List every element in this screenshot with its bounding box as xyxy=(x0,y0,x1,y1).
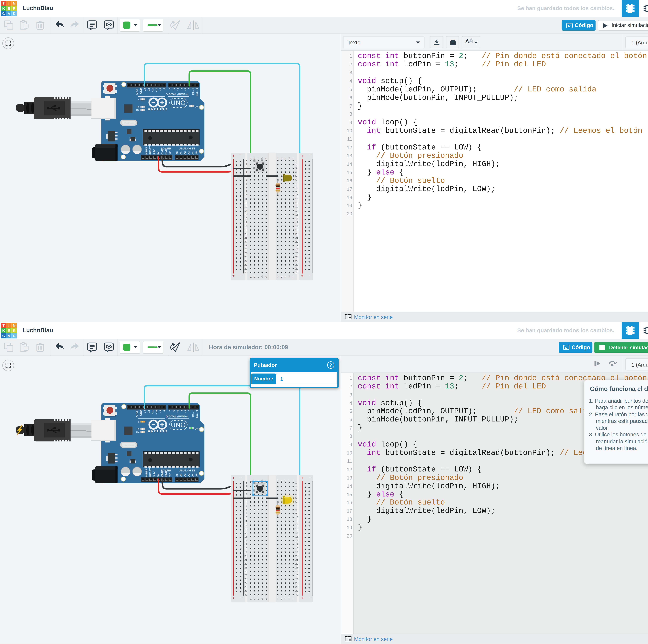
svg-text:+: + xyxy=(232,154,234,158)
svg-text:A2: A2 xyxy=(183,151,186,155)
svg-text:25: 25 xyxy=(295,252,298,255)
svg-text:2: 2 xyxy=(246,163,247,166)
svg-text:7: 7 xyxy=(295,182,297,185)
svg-text:22: 22 xyxy=(245,240,247,243)
svg-text:A3: A3 xyxy=(187,151,190,155)
svg-text:10: 10 xyxy=(245,194,247,196)
svg-text:IOREF: IOREF xyxy=(145,147,148,155)
svg-text:29: 29 xyxy=(295,267,298,270)
svg-text:1: 1 xyxy=(246,159,247,162)
svg-text:12: 12 xyxy=(245,202,247,204)
svg-text:28: 28 xyxy=(245,264,247,266)
svg-text:GND: GND xyxy=(139,88,142,94)
svg-text:12: 12 xyxy=(147,88,150,91)
svg-text:24: 24 xyxy=(295,248,298,251)
svg-text:+: + xyxy=(301,154,304,158)
svg-text:11: 11 xyxy=(245,198,247,200)
svg-text:~11: ~11 xyxy=(151,88,154,92)
svg-text:ARDUINO: ARDUINO xyxy=(148,107,168,111)
svg-text:ON: ON xyxy=(195,105,199,108)
svg-text:~3: ~3 xyxy=(184,88,187,91)
svg-text:27: 27 xyxy=(245,259,247,262)
svg-text:17: 17 xyxy=(295,221,298,224)
svg-text:6: 6 xyxy=(295,178,297,181)
svg-text:27: 27 xyxy=(295,260,298,262)
svg-text:A5: A5 xyxy=(195,151,198,155)
svg-text:~5: ~5 xyxy=(176,88,179,91)
svg-text:25: 25 xyxy=(245,252,247,255)
svg-text:24: 24 xyxy=(245,248,247,251)
svg-text:f: f xyxy=(277,157,278,160)
svg-text:Vin: Vin xyxy=(168,151,171,155)
svg-text:~10: ~10 xyxy=(155,88,158,93)
svg-text:A0: A0 xyxy=(176,151,178,155)
svg-text:4: 4 xyxy=(180,88,183,90)
svg-text:+: + xyxy=(301,274,304,278)
svg-text:AREF: AREF xyxy=(136,88,138,95)
svg-text:13: 13 xyxy=(245,206,247,208)
svg-text:i: i xyxy=(289,157,289,160)
svg-text:~9: ~9 xyxy=(159,88,162,91)
svg-text:j: j xyxy=(293,157,293,160)
svg-text:26: 26 xyxy=(295,256,298,258)
svg-text:2: 2 xyxy=(295,163,297,166)
svg-text:13: 13 xyxy=(295,206,298,208)
svg-text:16: 16 xyxy=(295,217,298,220)
svg-text:15: 15 xyxy=(245,213,247,216)
svg-text:ANALOG IN: ANALOG IN xyxy=(179,147,195,150)
svg-text:j: j xyxy=(293,275,293,278)
svg-text:5V: 5V xyxy=(157,152,160,155)
svg-text:TX→1: TX→1 xyxy=(192,88,195,95)
svg-text:13: 13 xyxy=(143,88,146,91)
svg-text:15: 15 xyxy=(295,213,298,216)
svg-text:9: 9 xyxy=(246,190,247,193)
svg-text:d: d xyxy=(261,275,263,278)
svg-text:7: 7 xyxy=(246,182,247,185)
svg-text:RX: RX xyxy=(136,109,140,112)
svg-text:a: a xyxy=(250,275,252,278)
svg-text:b: b xyxy=(254,275,255,278)
svg-text:DIGITAL (PWM~): DIGITAL (PWM~) xyxy=(166,93,187,96)
svg-text:g: g xyxy=(281,275,282,278)
svg-text:14: 14 xyxy=(245,210,247,212)
svg-text:20: 20 xyxy=(245,233,247,235)
svg-text:4: 4 xyxy=(295,171,297,174)
svg-text:4: 4 xyxy=(246,171,247,173)
svg-text:?: ? xyxy=(329,362,332,367)
svg-text:3: 3 xyxy=(295,167,297,170)
svg-text:14: 14 xyxy=(295,210,298,212)
svg-text:g: g xyxy=(281,157,282,160)
svg-text:22: 22 xyxy=(295,240,298,243)
svg-text:SPC16.000: SPC16.000 xyxy=(124,122,133,124)
svg-text:A4: A4 xyxy=(191,151,194,155)
svg-text:6: 6 xyxy=(246,178,247,181)
svg-text:5: 5 xyxy=(295,175,297,177)
svg-text:c: c xyxy=(258,275,259,278)
svg-text:1: 1 xyxy=(295,159,297,162)
svg-text:28: 28 xyxy=(295,264,298,266)
svg-text:h: h xyxy=(285,275,286,278)
svg-text:e: e xyxy=(265,275,267,278)
svg-text:RX←0: RX←0 xyxy=(196,88,198,96)
svg-text:26: 26 xyxy=(245,256,247,258)
svg-text:19: 19 xyxy=(295,229,298,231)
svg-text:17: 17 xyxy=(245,221,247,224)
svg-text:20: 20 xyxy=(295,233,298,235)
svg-text:21: 21 xyxy=(245,236,247,239)
svg-text:18: 18 xyxy=(245,225,247,228)
svg-text:UNO: UNO xyxy=(171,99,186,107)
svg-text:3.3V: 3.3V xyxy=(153,149,156,155)
svg-text:16: 16 xyxy=(245,217,247,220)
svg-text:9: 9 xyxy=(295,190,297,193)
svg-text:e: e xyxy=(265,157,267,160)
svg-text:8: 8 xyxy=(246,186,247,189)
svg-text:8: 8 xyxy=(163,88,166,90)
svg-text:7: 7 xyxy=(169,88,171,90)
svg-text:i: i xyxy=(289,275,289,278)
svg-text:A1: A1 xyxy=(179,151,182,155)
svg-text:−: − xyxy=(240,272,242,277)
svg-text:8: 8 xyxy=(295,186,297,189)
svg-text:30: 30 xyxy=(245,271,247,274)
svg-text:29: 29 xyxy=(245,267,247,270)
svg-text:12: 12 xyxy=(295,202,298,204)
